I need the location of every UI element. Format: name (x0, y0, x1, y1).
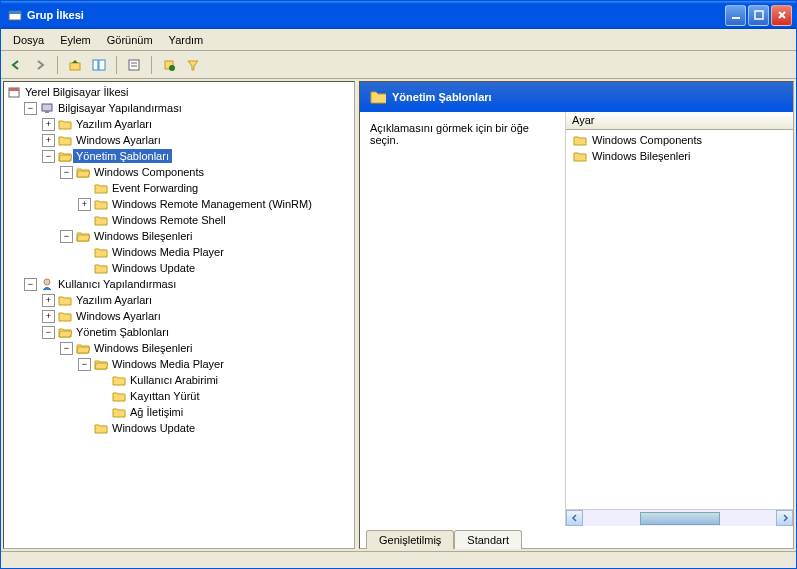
details-panel: Yönetim Şablonları Açıklamasını görmek i… (359, 81, 794, 549)
panel-header: Yönetim Şablonları (360, 82, 793, 112)
main-area: Yerel Bilgisayar İlkesi − Bilgisayar Yap… (1, 79, 796, 551)
menu-help[interactable]: Yardım (161, 31, 212, 49)
close-button[interactable] (771, 5, 792, 26)
tree-item[interactable]: Kayıttan Yürüt (96, 388, 352, 404)
svg-rect-7 (93, 60, 98, 70)
tree-computer-config[interactable]: − Bilgisayar Yapılandırması (24, 100, 352, 116)
svg-rect-2 (732, 17, 740, 19)
folder-open-icon (75, 165, 91, 179)
tree-admin-templates[interactable]: −Yönetim Şablonları (42, 148, 352, 164)
statusbar (1, 551, 796, 569)
menu-view[interactable]: Görünüm (99, 31, 161, 49)
user-icon (39, 277, 55, 291)
tab-standard[interactable]: Standart (454, 530, 522, 549)
folder-icon (111, 405, 127, 419)
tree-item[interactable]: −Windows Bileşenleri (60, 340, 352, 356)
back-button[interactable] (5, 54, 27, 76)
folder-open-icon (93, 357, 109, 371)
folder-icon (93, 421, 109, 435)
panel-description: Açıklamasını görmek için bir öğe seçin. (360, 112, 566, 526)
maximize-button[interactable] (748, 5, 769, 26)
show-hide-tree-button[interactable] (88, 54, 110, 76)
tree-item[interactable]: +Yazılım Ayarları (42, 116, 352, 132)
tree-item[interactable]: Kullanıcı Arabirimi (96, 372, 352, 388)
tab-extended[interactable]: Genişletilmiş (366, 530, 454, 549)
tree-item[interactable]: Windows Media Player (78, 244, 352, 260)
forward-button[interactable] (29, 54, 51, 76)
list-items: Windows Components Windows Bileşenleri (566, 130, 793, 509)
svg-rect-15 (9, 88, 19, 91)
svg-point-18 (44, 279, 50, 285)
folder-icon (57, 133, 73, 147)
up-button[interactable] (64, 54, 86, 76)
tree-item[interactable]: +Windows Remote Management (WinRM) (78, 196, 352, 212)
policy-icon (6, 85, 22, 99)
tree-item[interactable]: +Yazılım Ayarları (42, 292, 352, 308)
toolbar (1, 51, 796, 79)
folder-open-icon (57, 149, 73, 163)
svg-rect-9 (129, 60, 139, 70)
folder-icon (93, 213, 109, 227)
scroll-thumb[interactable] (640, 512, 720, 525)
tree-user-config[interactable]: − Kullanıcı Yapılandırması (24, 276, 352, 292)
folder-icon (93, 197, 109, 211)
titlebar: Grup İlkesi (1, 1, 796, 29)
folder-icon (572, 149, 588, 163)
app-icon (7, 8, 23, 22)
tabs: Genişletilmiş Standart (360, 526, 793, 548)
folder-icon (572, 133, 588, 147)
folder-icon (111, 373, 127, 387)
export-button[interactable] (158, 54, 180, 76)
tree-item[interactable]: Windows Update (78, 260, 352, 276)
tree-item[interactable]: −Windows Bileşenleri (60, 228, 352, 244)
list-item[interactable]: Windows Bileşenleri (568, 148, 791, 164)
tree-item[interactable]: −Yönetim Şablonları (42, 324, 352, 340)
svg-rect-6 (70, 63, 80, 70)
column-header[interactable]: Ayar (566, 112, 793, 130)
menu-file[interactable]: Dosya (5, 31, 52, 49)
svg-rect-3 (755, 11, 763, 19)
scroll-right-button[interactable] (776, 510, 793, 526)
menubar: Dosya Eylem Görünüm Yardım (1, 29, 796, 51)
folder-icon (93, 181, 109, 195)
svg-rect-8 (99, 60, 105, 70)
tree-item[interactable]: +Windows Ayarları (42, 308, 352, 324)
folder-icon (370, 90, 386, 104)
folder-icon (93, 245, 109, 259)
tree-item[interactable]: Event Forwarding (78, 180, 352, 196)
minimize-button[interactable] (725, 5, 746, 26)
folder-open-icon (75, 341, 91, 355)
tree-item[interactable]: Windows Update (78, 420, 352, 436)
tree-panel[interactable]: Yerel Bilgisayar İlkesi − Bilgisayar Yap… (3, 81, 355, 549)
folder-icon (57, 117, 73, 131)
tree-item[interactable]: −Windows Components (60, 164, 352, 180)
svg-rect-1 (9, 11, 21, 14)
folder-icon (57, 293, 73, 307)
folder-open-icon (75, 229, 91, 243)
tree-item[interactable]: +Windows Ayarları (42, 132, 352, 148)
tree-item[interactable]: −Windows Media Player (78, 356, 352, 372)
folder-icon (111, 389, 127, 403)
tree-root[interactable]: Yerel Bilgisayar İlkesi (6, 84, 352, 100)
svg-point-13 (169, 65, 175, 71)
svg-rect-16 (42, 104, 52, 111)
tree-item[interactable]: Ağ İletişimi (96, 404, 352, 420)
computer-icon (39, 101, 55, 115)
menu-action[interactable]: Eylem (52, 31, 99, 49)
filter-button[interactable] (182, 54, 204, 76)
horizontal-scrollbar[interactable] (566, 509, 793, 526)
list-item[interactable]: Windows Components (568, 132, 791, 148)
svg-rect-17 (45, 111, 49, 113)
tree-item[interactable]: Windows Remote Shell (78, 212, 352, 228)
window-title: Grup İlkesi (27, 9, 84, 21)
scroll-left-button[interactable] (566, 510, 583, 526)
panel-title: Yönetim Şablonları (392, 91, 492, 103)
properties-button[interactable] (123, 54, 145, 76)
folder-icon (93, 261, 109, 275)
folder-icon (57, 309, 73, 323)
folder-open-icon (57, 325, 73, 339)
